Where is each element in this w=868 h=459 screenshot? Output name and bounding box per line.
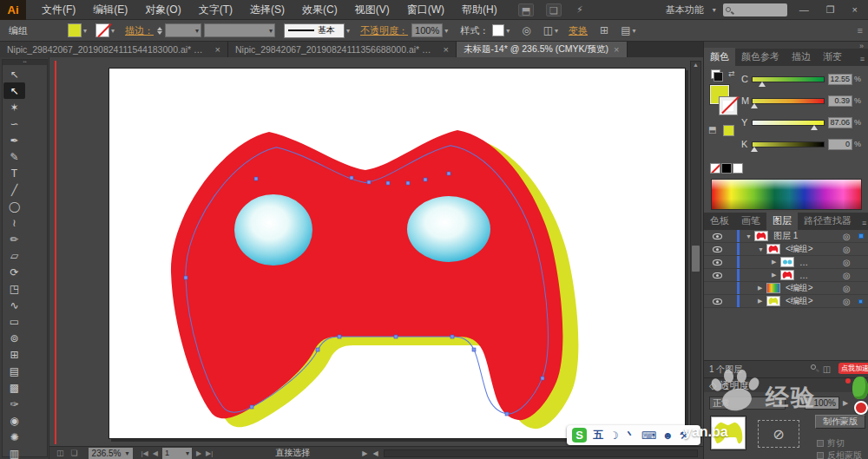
left-joystick-ball[interactable]: [234, 194, 312, 266]
controller-red-shape[interactable]: [171, 130, 562, 420]
disclosure-icon[interactable]: ▼: [746, 233, 752, 239]
lasso-tool[interactable]: ∽: [3, 115, 25, 132]
ime-account-icon[interactable]: ☻: [662, 429, 674, 442]
visibility-eye-icon[interactable]: [713, 272, 722, 279]
layer-row-3[interactable]: ▶ … ◎: [704, 256, 868, 269]
visibility-eye-icon[interactable]: [713, 259, 722, 266]
document-tab-active[interactable]: 未标题-14* @ 236.5% (CMYK/预览) ×: [457, 42, 628, 57]
vertical-scrollbar[interactable]: ▲ ▼: [690, 61, 701, 443]
ime-mode-label[interactable]: 五: [593, 428, 603, 443]
sogou-logo-icon[interactable]: S: [572, 428, 587, 443]
type-tool[interactable]: T: [3, 165, 25, 181]
ad-speed-badge[interactable]: 点我加速: [838, 363, 868, 374]
first-artboard-icon[interactable]: |◀: [141, 449, 148, 457]
cyan-slider[interactable]: [752, 76, 825, 82]
none-swatch[interactable]: [710, 163, 720, 174]
close-tab-icon[interactable]: ×: [614, 44, 619, 55]
opacity-mask-well[interactable]: ⊘: [758, 420, 799, 448]
transform-panel-link[interactable]: 变换: [569, 24, 588, 37]
recolor-artwork-icon[interactable]: ◎: [522, 24, 530, 36]
layer-row-1[interactable]: ▼ 图层 1 ◎: [704, 230, 868, 243]
disclosure-icon[interactable]: ▶: [772, 272, 776, 279]
tab-swatches[interactable]: 色板: [704, 212, 735, 230]
direct-selection-tool[interactable]: ↖: [3, 82, 25, 99]
yellow-value-field[interactable]: 87.06: [828, 117, 852, 128]
isolate-icon[interactable]: ▤: [621, 24, 630, 36]
free-transform-tool[interactable]: ▭: [3, 313, 25, 330]
style-dropdown-icon[interactable]: ▾: [506, 27, 510, 35]
menu-edit[interactable]: 编辑(E): [84, 0, 136, 21]
disclosure-icon[interactable]: ▶: [758, 298, 762, 305]
align-icon[interactable]: ⊞: [600, 24, 608, 36]
tab-gradient[interactable]: 渐变: [817, 48, 848, 66]
ime-toolbar[interactable]: S 五 ☽ 丶 ⌨ ☻ ⚒: [567, 425, 700, 445]
select-similar-icon[interactable]: ◫: [543, 24, 553, 36]
workspace-switcher[interactable]: 基本功能: [666, 3, 704, 16]
black-swatch[interactable]: [721, 163, 732, 174]
target-circle-icon[interactable]: ◎: [843, 258, 851, 267]
ime-keyboard-icon[interactable]: ⌨: [641, 429, 656, 442]
default-colors-icon[interactable]: [711, 69, 720, 79]
pencil-tool[interactable]: ✏: [3, 231, 25, 247]
perspective-grid-tool[interactable]: ⊞: [3, 346, 25, 363]
menu-effect[interactable]: 效果(C): [293, 0, 346, 21]
canvas-area[interactable]: ▲ ▼ ◫ ❏ 236.5%▾ |◀ ◀ 1▾ ▶ ▶| 直接选择 ▶ ◀: [49, 57, 703, 459]
visibility-eye-icon[interactable]: [713, 246, 722, 252]
ad-mascot[interactable]: [852, 377, 868, 399]
target-circle-icon[interactable]: ◎: [843, 297, 851, 306]
color-spectrum-bar[interactable]: [711, 179, 862, 210]
previous-artboard-icon[interactable]: ◀: [153, 449, 158, 457]
control-panel-menu-icon[interactable]: ≡: [858, 25, 863, 36]
line-segment-tool[interactable]: ╱: [3, 181, 25, 198]
more-options-dropdown-icon[interactable]: ▾: [632, 27, 635, 35]
make-clipping-mask-icon[interactable]: ◫: [823, 364, 831, 374]
brush-definition[interactable]: 基本: [284, 23, 345, 38]
fill-dropdown-icon[interactable]: ▾: [83, 27, 87, 35]
clip-checkbox[interactable]: 剪切: [817, 437, 845, 449]
ad-stop-icon[interactable]: [854, 401, 868, 415]
locate-object-icon[interactable]: [811, 364, 816, 370]
yellow-slider[interactable]: [752, 120, 825, 126]
opacity-slider-icon[interactable]: ▶: [843, 399, 848, 407]
transparency-opacity-field[interactable]: 100%: [805, 397, 839, 410]
ruler-guide[interactable]: [55, 61, 56, 444]
paintbrush-tool[interactable]: ≀: [3, 214, 25, 231]
mesh-tool[interactable]: ▤: [3, 363, 25, 379]
artboard-number-field[interactable]: 1▾: [162, 448, 192, 459]
column-graph-tool[interactable]: ▥: [3, 445, 25, 459]
scale-tool[interactable]: ◳: [3, 280, 25, 297]
layer-row-6[interactable]: ▶ <编组> ◎: [704, 295, 868, 308]
bridge-icon[interactable]: ⬒: [518, 3, 534, 16]
rotate-tool[interactable]: ⟳: [3, 264, 25, 280]
tab-color[interactable]: 颜色: [704, 48, 735, 66]
select-similar-dropdown-icon[interactable]: ▾: [555, 27, 558, 35]
layer-row-5-hidden[interactable]: ▶ <编组> ◎: [704, 282, 868, 295]
panel-menu-icon[interactable]: ≡: [856, 52, 868, 66]
scroll-left-icon[interactable]: ◀: [372, 449, 378, 457]
eraser-tool[interactable]: ▱: [3, 247, 25, 264]
panel-menu-icon[interactable]: ≡: [858, 216, 868, 230]
stroke-panel-link[interactable]: 描边：: [125, 24, 154, 37]
last-artboard-icon[interactable]: ▶|: [206, 449, 213, 457]
tab-pathfinder[interactable]: 路径查找器: [798, 212, 858, 230]
disclosure-icon[interactable]: ▶: [772, 259, 776, 266]
close-button[interactable]: ×: [847, 4, 863, 15]
pen-tool[interactable]: ✒: [3, 132, 25, 148]
eyedropper-tool[interactable]: ✑: [3, 396, 25, 412]
black-slider[interactable]: [752, 141, 825, 148]
brush-dropdown-icon[interactable]: ▾: [346, 27, 350, 35]
document-tab-2[interactable]: Nipic_29842067_20190824111356688000.ai* …: [228, 42, 457, 57]
opacity-panel-link[interactable]: 不透明度：: [360, 24, 408, 37]
opacity-dropdown-icon[interactable]: ▾: [444, 27, 448, 35]
ime-punctuation-icon[interactable]: 丶: [625, 428, 635, 443]
symbol-sprayer-tool[interactable]: ✺: [3, 429, 25, 445]
blend-tool[interactable]: ◉: [3, 412, 25, 429]
arrange-documents-icon[interactable]: ❏: [546, 3, 562, 16]
status-expand-icon[interactable]: ▶: [362, 449, 367, 457]
make-mask-button[interactable]: 制作蒙版: [815, 415, 865, 429]
tab-color-guide[interactable]: 颜色参考: [735, 48, 786, 66]
tab-brushes[interactable]: 画笔: [735, 212, 766, 230]
scroll-up-icon[interactable]: ▲: [693, 62, 699, 68]
style-swatch[interactable]: [492, 24, 504, 36]
disclosure-icon[interactable]: ▶: [758, 285, 762, 292]
